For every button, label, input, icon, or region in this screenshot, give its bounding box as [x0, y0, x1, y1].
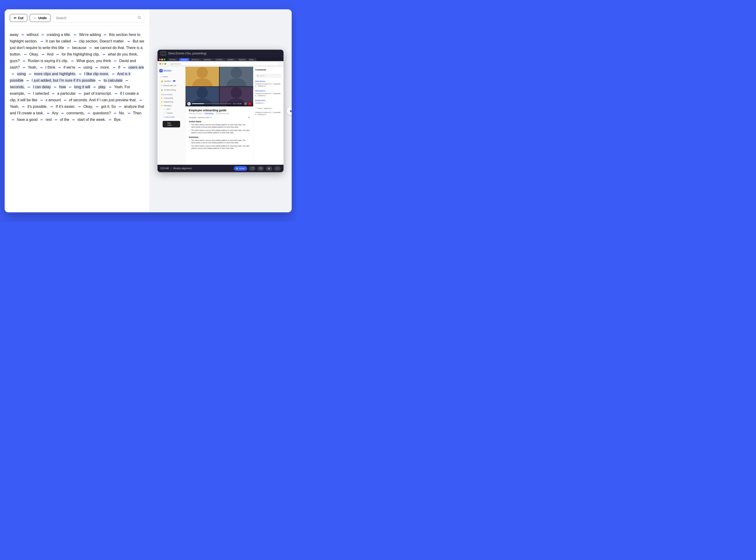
dot-sep: ••••	[110, 72, 116, 76]
sub-item-ppc[interactable]: 📄 PPC	[159, 107, 183, 111]
svg-point-13	[231, 87, 242, 98]
inner-main-content: ▶ 0:15 / 30:05 ⚙	[185, 67, 253, 165]
highlight-text: I can delay	[33, 85, 51, 89]
right-panel: ▶ Dima Eremin (You, presenting)	[149, 9, 292, 212]
action-items-title: Action Items	[189, 120, 250, 123]
tab-payment[interactable]: Payment	[237, 58, 247, 61]
collection-onboarding[interactable]: 📁 Onboarding	[159, 96, 183, 100]
highlight-text: just added, but I'm sure if it's possibl…	[34, 78, 96, 83]
dot-sep: ••••	[40, 53, 46, 57]
dot-sep: ••••	[111, 65, 117, 70]
browser-dot-yellow	[162, 63, 163, 65]
collection-marketing-label: Marketing	[164, 104, 172, 107]
main-container: ✂ Cut ← Undo away •••• without •••• crea	[5, 9, 292, 212]
dot-sep: ••••	[112, 111, 118, 116]
doc-settings-icon[interactable]: ⚙	[248, 116, 250, 119]
progress-bar[interactable]	[192, 103, 232, 104]
undo-button[interactable]: ← Undo	[29, 14, 51, 22]
dot-sep: ••••	[10, 72, 16, 76]
bluedot-tabs: Summar... Onboard Screen m... Extensio..…	[158, 57, 283, 61]
collection-icon: 📁	[161, 101, 163, 103]
tab-bluet[interactable]: Bluet...	[247, 58, 256, 61]
collection-onboarding-label: Onboarding	[164, 97, 173, 99]
mic-button[interactable]: 🎤	[249, 166, 256, 171]
comment-reply: ↩ Comm... classical so...	[255, 107, 282, 109]
dot-sep: ••••	[125, 39, 132, 44]
add-video-button[interactable]: Add video	[163, 121, 180, 127]
tab-screen[interactable]: Screen m...	[190, 58, 202, 61]
comment-2-author: Dima Eremi...	[255, 90, 282, 92]
doc-title: Employee onboarding guide	[189, 109, 250, 112]
comment-3-author: Ruslan Kha...	[255, 99, 282, 101]
cut-button[interactable]: ✂ Cut	[10, 14, 27, 22]
comment-2: Dima Eremi... Contrary to a piece of cl.…	[255, 90, 282, 97]
toolbar: ✂ Cut ← Undo	[5, 9, 149, 26]
comment-2-text: Contrary to a piece of cl... to populate…	[255, 93, 282, 97]
dot-sep: ••••	[70, 118, 76, 122]
collection-engineering[interactable]: 📁 Engineering	[159, 100, 183, 104]
undo-label: Undo	[38, 16, 47, 20]
svg-point-7	[231, 67, 242, 78]
transcript-area: away •••• without •••• creating a title.…	[5, 26, 149, 212]
collection-marketing[interactable]: 📁 Marketing	[159, 104, 183, 107]
invite-people[interactable]: + Invite people	[159, 115, 183, 119]
active-status-btn[interactable]: Active	[234, 166, 247, 171]
browser-dot-red	[159, 63, 161, 65]
current-time: 0:15	[233, 103, 236, 104]
dot-sep: ••••	[86, 111, 92, 116]
dot-sep: ••••	[50, 92, 56, 96]
play-button[interactable]: ▶	[187, 102, 191, 105]
highlight-text: users are	[128, 65, 144, 69]
screen-share-icon	[161, 52, 166, 55]
dot-sep: ••••	[24, 79, 31, 83]
dot-sep: ••••	[22, 53, 28, 57]
video-grid: ▶ 0:15 / 30:05 ⚙	[185, 67, 253, 106]
video-time: 0:15 / 30:05	[233, 103, 241, 104]
video-record-icon: ●	[248, 102, 251, 105]
nav-home[interactable]: ⌂ Home	[159, 75, 183, 79]
add-video-container: Add video	[163, 121, 180, 127]
search-bar[interactable]	[53, 14, 144, 22]
tab-lp-bluet[interactable]: LP Bluet...	[214, 58, 225, 61]
tab-extensio[interactable]: Extensio...	[202, 58, 214, 61]
dot-sep: ••••	[107, 85, 113, 89]
highlight-text: more clips and	[34, 72, 58, 76]
search-input[interactable]	[56, 16, 136, 20]
highlight-text: to calculate	[104, 78, 122, 83]
dot-sep: ••••	[26, 85, 32, 89]
app-logo: B Bluedot	[159, 69, 183, 72]
inner-doc: Employee onboarding guide February 10, 2…	[185, 106, 253, 165]
status-label: Active	[239, 167, 245, 169]
nav-shared[interactable]: ↗ Shared with me	[159, 83, 183, 87]
dot-sep: ••••	[20, 33, 26, 37]
shared-icon: ↗	[161, 84, 162, 86]
tab-collabri[interactable]: Collabri...	[226, 58, 237, 61]
footer-controls: Active 🎤 📷 ⊞ ⋯	[234, 166, 281, 171]
svg-point-10	[197, 87, 208, 98]
status-indicator	[236, 167, 238, 169]
sub-item-content[interactable]: 📄 Content	[159, 111, 183, 115]
library-icon: 🔒	[161, 89, 163, 91]
dot-sep: ••••	[39, 33, 45, 37]
camera-button[interactable]: 📷	[257, 166, 264, 171]
comment-4: Contrary to a piece of cl... to populate…	[255, 111, 282, 116]
grid-button[interactable]: ⊞	[266, 166, 272, 171]
nav-library[interactable]: 🔒 Private Library	[159, 88, 183, 92]
arrow-right-icon: ▶	[290, 109, 292, 113]
comment-search[interactable]: 🔍 Search...	[255, 74, 282, 78]
dot-sep: ••••	[107, 118, 113, 122]
dot-sep: ••••	[67, 85, 73, 89]
video-controls: ▶ 0:15 / 30:05 ⚙	[185, 101, 253, 106]
dot-sep: ••••	[93, 65, 99, 70]
more-options-button[interactable]: ⋯	[274, 166, 281, 171]
inner-app: app.bluedot.so B Bluedot ⌂ Home	[158, 61, 283, 172]
video-settings-icon[interactable]: ⚙	[244, 102, 247, 105]
tab-summar[interactable]: Summar...	[167, 58, 179, 61]
chevron-down-icon[interactable]: ▾	[211, 116, 212, 119]
toggle-panel-button[interactable]: ▶	[287, 107, 292, 115]
dot-sep: ••••	[57, 65, 62, 70]
nav-updates[interactable]: 🔔 Updates 1	[159, 79, 183, 83]
dot-sep: ••••	[124, 79, 130, 83]
tab-onboard[interactable]: Onboard	[179, 58, 189, 61]
comments-title: Comments	[255, 68, 282, 71]
